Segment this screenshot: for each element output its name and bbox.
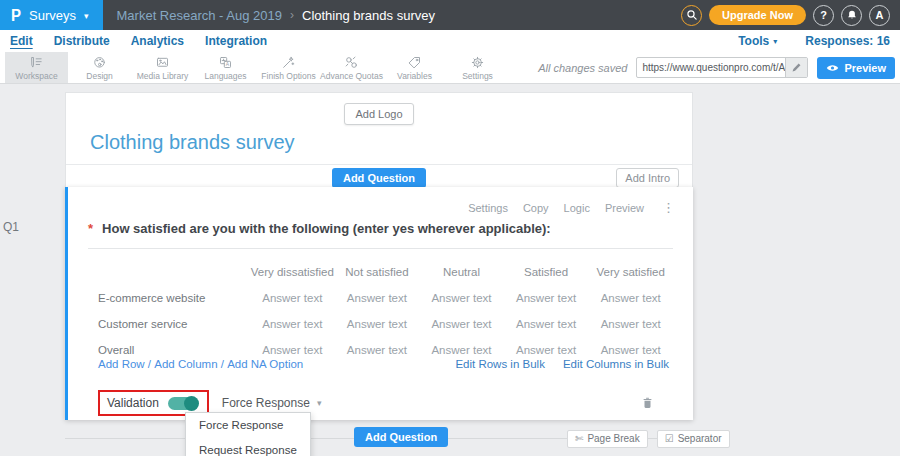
upgrade-now-button[interactable]: Upgrade Now bbox=[709, 5, 806, 25]
checked-checkbox-icon: ☑ bbox=[665, 433, 674, 444]
answer-text-cell[interactable]: Answer text bbox=[335, 311, 420, 337]
separator-label: Separator bbox=[678, 433, 722, 444]
breadcrumb-folder-link[interactable]: Market Research - Aug 2019 bbox=[117, 8, 282, 23]
toolbar-label: Media Library bbox=[137, 71, 189, 81]
question-preview-link[interactable]: Preview bbox=[605, 202, 644, 214]
tools-menu[interactable]: Tools ▾ bbox=[738, 34, 777, 48]
account-avatar[interactable]: A bbox=[869, 5, 890, 26]
breadcrumb-separator-icon: › bbox=[290, 8, 294, 22]
menu-option-request-response[interactable]: Request Response bbox=[186, 438, 310, 456]
row-header[interactable]: Customer service bbox=[98, 311, 250, 337]
toolbar-item-finish-options[interactable]: Finish Options bbox=[257, 52, 320, 83]
column-header[interactable]: Very dissatisfied bbox=[250, 259, 335, 285]
toolbar-label: Advance Quotas bbox=[320, 71, 383, 81]
answer-text-cell[interactable]: Answer text bbox=[250, 285, 335, 311]
response-mode-value: Force Response bbox=[222, 396, 310, 410]
row-header[interactable]: E-commerce website bbox=[98, 285, 250, 311]
edit-columns-in-bulk-link[interactable]: Edit Columns in Bulk bbox=[563, 358, 669, 370]
answer-text-cell[interactable]: Answer text bbox=[419, 311, 504, 337]
column-header[interactable]: Satisfied bbox=[504, 259, 589, 285]
separator-toggle[interactable]: ☑ Separator bbox=[657, 430, 730, 448]
answer-text-cell[interactable]: Answer text bbox=[419, 285, 504, 311]
toolbar-item-languages[interactable]: A Languages bbox=[194, 52, 257, 83]
required-asterisk: * bbox=[88, 221, 93, 236]
question-logic-link[interactable]: Logic bbox=[564, 202, 590, 214]
tab-analytics[interactable]: Analytics bbox=[131, 34, 184, 48]
kebab-menu-icon[interactable]: ⋮ bbox=[662, 201, 675, 214]
toolbar-item-advance-quotas[interactable]: Advance Quotas bbox=[320, 52, 383, 83]
validation-label: Validation bbox=[107, 396, 159, 410]
toolbar-label: Settings bbox=[462, 71, 493, 81]
edit-url-button[interactable] bbox=[785, 58, 807, 77]
help-button[interactable]: ? bbox=[813, 5, 834, 26]
toolbar-item-workspace[interactable]: Workspace bbox=[5, 52, 68, 83]
column-header[interactable]: Very satisfied bbox=[588, 259, 673, 285]
add-logo-button[interactable]: Add Logo bbox=[344, 103, 413, 125]
top-actions: Upgrade Now ? A bbox=[681, 5, 900, 26]
response-mode-dropdown[interactable]: Force Response ▾ bbox=[222, 396, 322, 410]
preview-button[interactable]: Preview bbox=[817, 57, 895, 79]
toolbar-label: Design bbox=[86, 71, 112, 81]
toggle-knob bbox=[184, 396, 199, 411]
question-card: Settings Copy Logic Preview ⋮ *How satis… bbox=[65, 187, 693, 420]
question-actions-menu: Settings Copy Logic Preview ⋮ bbox=[468, 201, 675, 214]
bell-icon bbox=[846, 9, 858, 21]
toolbar-label: Workspace bbox=[15, 71, 57, 81]
pencil-icon bbox=[791, 62, 802, 73]
question-text[interactable]: How satisfied are you with the following… bbox=[102, 221, 551, 236]
chevron-down-icon: ▾ bbox=[773, 37, 777, 46]
breadcrumb-current-survey: Clothing brands survey bbox=[302, 8, 435, 23]
delete-question-button[interactable] bbox=[640, 395, 655, 411]
add-column-link[interactable]: Add Column bbox=[154, 358, 217, 370]
validation-toggle[interactable] bbox=[168, 397, 198, 410]
add-na-option-link[interactable]: Add NA Option bbox=[227, 358, 303, 370]
add-intro-button[interactable]: Add Intro bbox=[616, 168, 679, 188]
breadcrumb: Market Research - Aug 2019 › Clothing br… bbox=[117, 8, 435, 23]
survey-url-input[interactable]: https://www.questionpro.com/t/APNrFZ bbox=[637, 58, 785, 77]
tab-edit[interactable]: Edit bbox=[10, 34, 33, 48]
link-separator: / bbox=[145, 358, 155, 370]
autosave-status: All changes saved bbox=[538, 62, 627, 74]
toolbar-label: Languages bbox=[204, 71, 246, 81]
magic-wand-icon bbox=[281, 55, 296, 70]
toolbar-item-design[interactable]: Design bbox=[68, 52, 131, 83]
survey-title[interactable]: Clothing brands survey bbox=[66, 127, 692, 164]
answer-text-cell[interactable]: Answer text bbox=[504, 285, 589, 311]
corner-cell bbox=[98, 259, 250, 285]
toolbar-item-settings[interactable]: Settings bbox=[446, 52, 509, 83]
workspace-icon bbox=[29, 55, 44, 70]
section-nav: Edit Distribute Analytics Integration To… bbox=[0, 30, 900, 52]
add-row-link[interactable]: Add Row bbox=[98, 358, 145, 370]
answer-text-cell[interactable]: Answer text bbox=[588, 311, 673, 337]
answer-text-cell[interactable]: Answer text bbox=[335, 285, 420, 311]
column-header[interactable]: Not satisfied bbox=[335, 259, 420, 285]
palette-icon bbox=[92, 55, 107, 70]
response-mode-menu: Force Response Request Response bbox=[185, 412, 311, 456]
answer-text-cell[interactable]: Answer text bbox=[588, 285, 673, 311]
menu-option-force-response[interactable]: Force Response bbox=[186, 413, 310, 438]
tools-label: Tools bbox=[738, 34, 769, 48]
search-button[interactable] bbox=[681, 5, 702, 26]
question-copy-link[interactable]: Copy bbox=[523, 202, 549, 214]
tab-integration[interactable]: Integration bbox=[205, 34, 267, 48]
question-settings-link[interactable]: Settings bbox=[468, 202, 508, 214]
surveys-product-menu[interactable]: P Surveys ▾ bbox=[0, 0, 103, 30]
survey-url-box: https://www.questionpro.com/t/APNrFZ bbox=[636, 57, 808, 78]
questionpro-logo: P bbox=[11, 7, 21, 23]
toolbar-item-media-library[interactable]: Media Library bbox=[131, 52, 194, 83]
search-icon bbox=[686, 9, 698, 21]
add-logo-row: Add Logo bbox=[66, 93, 692, 127]
responses-count-link[interactable]: Responses: 16 bbox=[805, 34, 890, 48]
add-question-button-bottom[interactable]: Add Question bbox=[354, 427, 448, 447]
add-question-button-top[interactable]: Add Question bbox=[332, 168, 426, 188]
matrix-table: Very dissatisfied Not satisfied Neutral … bbox=[98, 259, 673, 363]
page-break-button[interactable]: ✄ Page Break bbox=[567, 430, 648, 448]
answer-text-cell[interactable]: Answer text bbox=[250, 311, 335, 337]
column-header[interactable]: Neutral bbox=[419, 259, 504, 285]
edit-rows-in-bulk-link[interactable]: Edit Rows in Bulk bbox=[455, 358, 544, 370]
answer-text-cell[interactable]: Answer text bbox=[504, 311, 589, 337]
toolbar-item-variables[interactable]: Variables bbox=[383, 52, 446, 83]
tab-distribute[interactable]: Distribute bbox=[54, 34, 110, 48]
nav-right: Tools ▾ Responses: 16 bbox=[738, 34, 890, 48]
notifications-button[interactable] bbox=[841, 5, 862, 26]
